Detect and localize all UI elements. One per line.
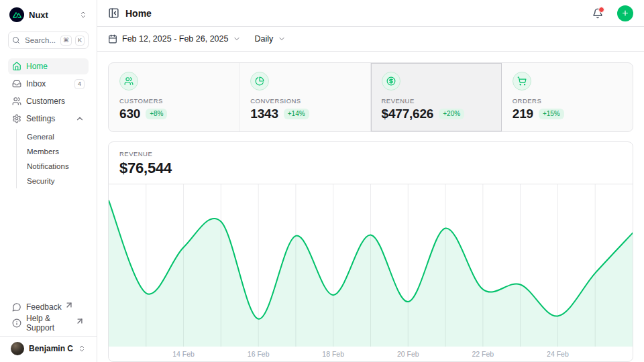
x-axis-label: 24 Feb [547, 350, 569, 358]
stat-value: 1343 [250, 107, 278, 121]
footer-link-label: Feedback [26, 302, 62, 312]
stat-icon-circle [382, 72, 400, 90]
sub-item-label: Notifications [27, 162, 69, 170]
chart-metric-label: REVENUE [119, 150, 622, 158]
sidebar-item-members[interactable]: Members [27, 144, 89, 159]
stat-card-revenue[interactable]: REVENUE $477,626 +20% [371, 63, 502, 131]
stat-icon-circle [513, 72, 531, 90]
chevrons-up-down-icon [78, 345, 86, 353]
sidebar-item-security[interactable]: Security [27, 174, 89, 188]
settings-subnav: General Members Notifications Security [16, 129, 89, 188]
avatar [11, 342, 24, 355]
x-axis-label: 18 Feb [322, 350, 344, 358]
stat-card-conversions[interactable]: CONVERSIONS 1343 +14% [239, 63, 370, 131]
revenue-area-chart[interactable] [109, 184, 633, 347]
dollar-circle-icon [386, 76, 396, 86]
chart-header: REVENUE $76,544 [109, 142, 633, 184]
main-area: Home Feb 12, 2025 - Feb 26, 2025 Daily C… [97, 0, 644, 362]
search-field[interactable]: ⌘ K [8, 32, 89, 49]
stat-label: ORDERS [513, 97, 622, 105]
inbox-count-badge: 4 [74, 79, 85, 89]
chart-x-axis: 14 Feb16 Feb18 Feb20 Feb22 Feb24 Feb [109, 347, 633, 361]
feedback-link[interactable]: Feedback [8, 300, 89, 314]
stat-value: $477,626 [382, 107, 434, 121]
stat-card-customers[interactable]: CUSTOMERS 630 +8% [109, 63, 239, 131]
external-link-icon [64, 300, 74, 310]
notification-dot [598, 7, 604, 13]
home-icon [12, 62, 21, 71]
external-link-icon [75, 316, 85, 326]
sidebar-item-general[interactable]: General [27, 129, 89, 144]
chevron-down-icon [278, 35, 286, 43]
inbox-icon [12, 79, 21, 88]
sidebar-toggle-button[interactable] [108, 7, 119, 19]
pie-chart-icon [255, 76, 264, 86]
date-range-label: Feb 12, 2025 - Feb 26, 2025 [122, 34, 228, 44]
sidebar-item-label: Home [26, 62, 48, 71]
content: CUSTOMERS 630 +8% CONVERSIONS 1343 +14% [97, 52, 644, 362]
sidebar-item-customers[interactable]: Customers [8, 93, 89, 109]
x-axis-label: 22 Feb [472, 350, 494, 358]
plus-icon [621, 9, 629, 17]
stat-delta-badge: +8% [146, 109, 167, 119]
stat-delta-badge: +14% [284, 109, 309, 119]
sidebar-item-label: Customers [26, 97, 65, 106]
stat-label: CUSTOMERS [119, 97, 228, 105]
stat-delta-badge: +15% [539, 109, 564, 119]
filters-toolbar: Feb 12, 2025 - Feb 26, 2025 Daily [97, 27, 644, 52]
add-button[interactable] [617, 5, 633, 21]
user-menu-button[interactable]: Benjamin Canac [8, 337, 89, 358]
workspace-switcher[interactable]: Nuxt [8, 7, 89, 23]
chevron-down-icon [233, 35, 241, 43]
stat-icon-circle [119, 72, 138, 90]
chevron-up-icon [75, 114, 85, 123]
kbd-k: K [75, 36, 85, 46]
search-icon [12, 36, 20, 44]
period-label: Daily [254, 34, 273, 44]
info-circle-icon [12, 318, 21, 328]
notifications-button[interactable] [592, 8, 603, 19]
period-select[interactable]: Daily [254, 34, 286, 44]
chart-metric-value: $76,544 [119, 160, 622, 177]
sub-item-label: General [27, 133, 54, 141]
sidebar-footer-links: Feedback Help & Support [8, 300, 89, 330]
chevrons-up-down-icon [79, 11, 87, 19]
sidebar-nav: Home Inbox 4 Customers Settings General … [8, 58, 89, 190]
stat-label: REVENUE [382, 97, 490, 105]
top-header: Home [97, 0, 644, 27]
chart-canvas[interactable] [109, 184, 633, 347]
sidebar-item-notifications[interactable]: Notifications [27, 159, 89, 174]
sidebar: Nuxt ⌘ K Home Inbox 4 Customers Settings… [0, 0, 97, 362]
x-axis-label: 14 Feb [172, 350, 195, 358]
sub-item-label: Members [27, 147, 59, 156]
date-range-button[interactable]: Feb 12, 2025 - Feb 26, 2025 [108, 34, 241, 44]
sidebar-item-label: Inbox [26, 79, 46, 88]
sidebar-item-settings[interactable]: Settings [8, 111, 89, 127]
stat-icon-circle [250, 72, 269, 90]
revenue-chart-card: REVENUE $76,544 14 Feb16 Feb18 Feb20 Feb… [108, 141, 633, 362]
x-axis-label: 20 Feb [397, 350, 419, 358]
gear-icon [12, 114, 21, 123]
sidebar-item-label: Settings [26, 114, 55, 123]
cart-icon [517, 76, 527, 86]
users-icon [12, 97, 21, 106]
sidebar-spacer [8, 190, 89, 300]
help-support-link[interactable]: Help & Support [8, 316, 89, 330]
users-icon [124, 76, 133, 86]
kbd-cmd: ⌘ [60, 36, 72, 46]
x-axis-label: 16 Feb [248, 350, 270, 358]
workspace-name: Nuxt [29, 10, 74, 20]
user-name: Benjamin Canac [29, 344, 73, 353]
sidebar-item-inbox[interactable]: Inbox 4 [8, 76, 89, 92]
chat-bubble-icon [12, 302, 21, 312]
stat-delta-badge: +20% [439, 109, 464, 119]
page-title: Home [125, 8, 586, 19]
sidebar-item-home[interactable]: Home [8, 58, 89, 74]
stat-label: CONVERSIONS [250, 97, 359, 105]
nuxt-logo-icon [9, 7, 24, 22]
stat-card-orders[interactable]: ORDERS 219 +15% [502, 63, 633, 131]
footer-link-label: Help & Support [26, 314, 72, 333]
stat-value: 219 [513, 107, 533, 121]
sub-item-label: Security [27, 177, 55, 185]
search-input[interactable] [23, 36, 57, 45]
